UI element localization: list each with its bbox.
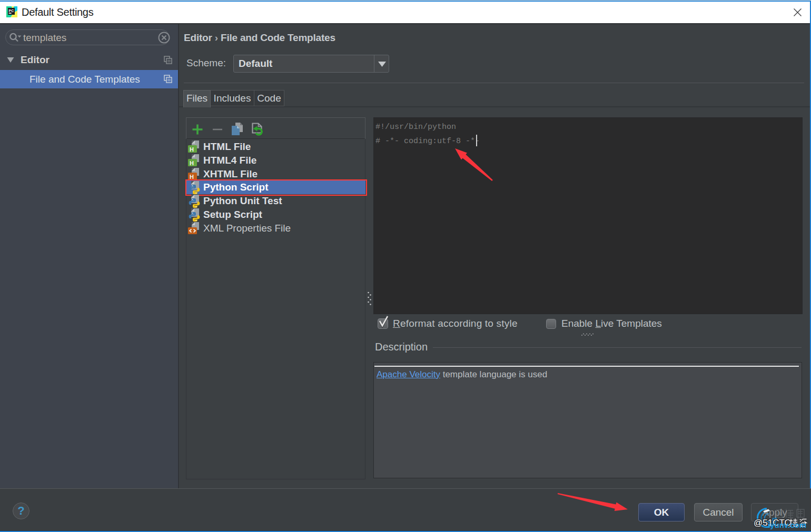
svg-text:H: H [190,160,194,166]
svg-text:PC: PC [9,9,14,13]
svg-text:H: H [190,146,194,153]
